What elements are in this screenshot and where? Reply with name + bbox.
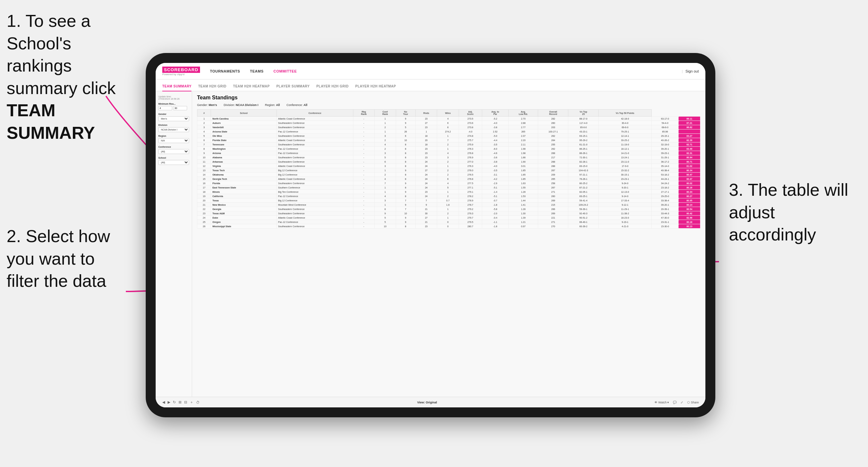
col-avg-low-rd: Avg.Low Rd. (508, 110, 538, 117)
filter-conference-val: All (303, 103, 307, 107)
table-row: 18IllinoisBig Ten Conference-19231279.1-… (197, 190, 701, 194)
logo-text: SCOREBOARD (162, 67, 200, 73)
logo-sub: Powered by clipp'd (162, 73, 200, 76)
sub-nav: TEAM SUMMARY TEAM H2H GRID TEAM H2H HEAT… (156, 80, 705, 91)
school-label: School (158, 157, 189, 159)
division-label: Division (158, 124, 189, 126)
filter-gender-val: Men's (209, 103, 217, 107)
update-time-val: 27/03/2024 16:56:26 (158, 98, 180, 100)
tablet-screen: SCOREBOARD Powered by clipp'd TOURNAMENT… (156, 63, 705, 407)
toolbar-forward[interactable]: ▶ (167, 400, 170, 404)
table-row: 11ArkansasSoutheastern Conference-682422… (197, 160, 701, 164)
toolbar-watch[interactable]: 👁 Watch ▾ (654, 401, 669, 404)
tablet-frame: SCOREBOARD Powered by clipp'd TOURNAMENT… (146, 53, 715, 417)
filters-row: Gender: Men's Division: NCAA Division I … (197, 103, 701, 107)
bottom-toolbar: ◀ ▶ ↻ ⊞ ⊟ ＋ ⏱ View: Original 👁 Watch ▾ 💬… (156, 397, 705, 407)
col-school: School (211, 110, 277, 117)
table-row: 20TexasBig 12 Conference-3770.7278.9-0.7… (197, 198, 701, 203)
min-rou-row (158, 106, 189, 110)
toolbar-refresh[interactable]: ↻ (173, 400, 176, 404)
instruction-step2: 2. Select how you want to filter the dat… (7, 225, 126, 292)
instruction-step3: 3. The table will adjust accordingly (729, 179, 855, 246)
table-row: 2AuburnSoutheastern Conference-19276273.… (197, 121, 701, 125)
table-row: 15Georgia TechAtlantic Coast Conference-… (197, 177, 701, 181)
table-row: 25OregonPac-12 Conference-59210279.5-1.1… (197, 220, 701, 224)
col-conf-rank: ConfRank (375, 110, 396, 117)
toolbar-plus[interactable]: ＋ (190, 400, 193, 405)
sub-nav-team-h2h-grid[interactable]: TEAM H2H GRID (198, 85, 226, 91)
sub-nav-player-h2h-heatmap[interactable]: PLAYER H2H HEATMAP (355, 85, 396, 91)
toolbar-back[interactable]: ◀ (162, 400, 165, 404)
filter-gender: Gender: Men's (197, 103, 217, 107)
toolbar-view-original[interactable]: View: Original (417, 401, 437, 404)
table-row: 8WashingtonPac-12 Conference-28231276.3-… (197, 147, 701, 151)
table-row: 5Ole MissSoutheastern Conference-3618127… (197, 134, 701, 138)
table-row: 10AlabamaSoutheastern Conference-5823327… (197, 155, 701, 160)
table-row: 12VirginiaAtlantic Coast Conference-3824… (197, 164, 701, 168)
min-rou-input2[interactable] (173, 106, 187, 110)
instruction-step1-text: 1. To see a School's rankings summary cl… (7, 11, 116, 98)
table-row: 14OklahomaBig 12 Conference-28242276.5-3… (197, 173, 701, 177)
toolbar-right: 👁 Watch ▾ 💬 ⤢ ⬡ Share (654, 401, 699, 404)
table-title: Team Standings (197, 95, 701, 101)
col-no-tour: NoTour (396, 110, 415, 117)
table-row: 13Texas TechBig 12 Conference-19272276.0… (197, 168, 701, 173)
school-select[interactable]: (All) (158, 160, 189, 165)
sub-nav-team-h2h-heatmap[interactable]: TEAM H2H HEATMAP (233, 85, 270, 91)
col-avg-to-par: Avg. toPar (482, 110, 508, 117)
update-label: Update time: (158, 95, 172, 98)
filter-region: Region: All (265, 103, 280, 107)
conference-label: Conference (158, 146, 189, 148)
sub-nav-team-summary[interactable]: TEAM SUMMARY (162, 85, 191, 91)
nav-tournaments[interactable]: TOURNAMENTS (210, 69, 240, 73)
filter-division: Division: NCAA Division I (223, 103, 258, 107)
toolbar-expand[interactable]: ⤢ (681, 401, 683, 404)
col-overall: OverallRecord (538, 110, 568, 117)
nav-links: TOURNAMENTS TEAMS COMMITTEE (210, 69, 682, 73)
nav-committee[interactable]: COMMITTEE (274, 69, 297, 73)
filter-division-val: NCAA Division I (236, 103, 258, 107)
table-row: 3VanderbiltSoutheastern Conference-25236… (197, 125, 701, 129)
filter-conference: Conference: All (286, 103, 307, 107)
table-row: 4Arizona StatePac-12 Conference-1261274.… (197, 129, 701, 134)
instruction-step1-bold: TEAM SUMMARY (7, 101, 95, 143)
min-rou-input1[interactable] (158, 106, 172, 110)
col-vs25: Vs Top25 (568, 110, 598, 117)
table-row: 24DukeAtlantic Coast Conference-59271279… (197, 216, 701, 220)
toolbar-share[interactable]: ⬡ Share (687, 401, 699, 404)
gender-label: Gender (158, 113, 189, 115)
toolbar-clock[interactable]: ⏱ (196, 400, 200, 404)
col-rnds: Rnds (415, 110, 437, 117)
toolbar-comment[interactable]: 💬 (673, 401, 677, 404)
table-row: 1North CarolinaAtlantic Coast Conference… (197, 117, 701, 121)
standings-table: # School Conference RkgRank ConfRank NoT… (197, 109, 701, 228)
table-row: 21New MexicoMountain West Conference-199… (197, 203, 701, 207)
update-time: Update time: 27/03/2024 16:56:26 (158, 95, 189, 100)
gender-select[interactable]: Men's Women's (158, 116, 189, 121)
table-area: Team Standings Gender: Men's Division: N… (192, 91, 705, 397)
col-rkg-rank: RkgRank (353, 110, 374, 117)
filter-region-val: All (276, 103, 280, 107)
nav-right: | Sign out (682, 69, 699, 73)
sub-nav-player-summary[interactable]: PLAYER SUMMARY (276, 85, 310, 91)
table-row: 26Mississippi StateSoutheastern Conferen… (197, 224, 701, 228)
toolbar-home[interactable]: ⊞ (179, 400, 182, 404)
region-select[interactable]: N/A All (158, 138, 189, 143)
conference-select[interactable]: (All) (158, 149, 189, 154)
sign-out-link[interactable]: Sign out (685, 69, 699, 73)
col-rank: # (197, 110, 211, 117)
col-conference: Conference (277, 110, 353, 117)
table-row: 16FloridaSoutheastern Conference-7924427… (197, 181, 701, 185)
toolbar-grid[interactable]: ⊟ (184, 400, 187, 404)
division-select[interactable]: NCAA Division I NCAA Division II NCAA Di… (158, 127, 189, 132)
sub-nav-player-h2h-grid[interactable]: PLAYER H2H GRID (316, 85, 349, 91)
table-row: 19CaliforniaPac-12 Conference-48242278.2… (197, 194, 701, 198)
instruction-step3-text: 3. The table will adjust accordingly (729, 180, 848, 244)
nav-logo: SCOREBOARD Powered by clipp'd (162, 67, 200, 76)
table-row: 17East Tennessee StateSouthern Conferenc… (197, 185, 701, 190)
sidebar-filters: Update time: 27/03/2024 16:56:26 Minimum… (156, 91, 192, 397)
col-adj-score: Adj.Score (459, 110, 482, 117)
nav-teams[interactable]: TEAMS (250, 69, 264, 73)
nav-bar: SCOREBOARD Powered by clipp'd TOURNAMENT… (156, 63, 705, 80)
col-wins: Wins (437, 110, 459, 117)
